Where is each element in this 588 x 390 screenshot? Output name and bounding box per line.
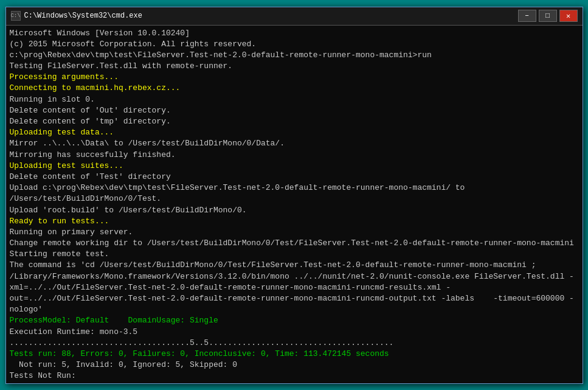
close-button[interactable]: ✕ <box>559 10 578 22</box>
terminal-line: The command is 'cd /Users/test/BuildDirM… <box>10 260 579 315</box>
content-area: Microsoft Windows [Version 10.0.10240](c… <box>6 26 583 383</box>
title-bar: C:\ C:\Windows\System32\cmd.exe – □ ✕ <box>6 7 583 26</box>
window-icon: C:\ <box>11 11 21 21</box>
terminal-line: Microsoft Windows [Version 10.0.10240] <box>10 28 579 39</box>
terminal-line: Processing arguments... <box>10 72 579 83</box>
terminal-line: Tests Not Run: <box>10 371 579 381</box>
terminal-line: (c) 2015 Microsoft Corporation. All righ… <box>10 39 579 50</box>
terminal-line: Connecting to macmini.hq.rebex.cz... <box>10 83 579 94</box>
window-controls: – □ ✕ <box>518 10 578 22</box>
terminal-output[interactable]: Microsoft Windows [Version 10.0.10240](c… <box>6 26 583 383</box>
terminal-line: ProcessModel: Default DomainUsage: Singl… <box>10 315 579 326</box>
terminal-line: Tests run: 88, Errors: 0, Failures: 0, I… <box>10 349 579 360</box>
terminal-line: Delete content of 'tmp' directory. <box>10 116 579 127</box>
terminal-line: Delete content of 'Out' directory. <box>10 105 579 116</box>
terminal-line: Mirroring has succesfully finished. <box>10 150 579 161</box>
minimize-button[interactable]: – <box>518 10 536 22</box>
terminal-line: Ready to run tests... <box>10 216 579 227</box>
terminal-line: Not run: 5, Invalid: 0, Ignored: 5, Skip… <box>10 360 579 371</box>
terminal-line: Testing FileServer.Test.dll with remote-… <box>10 61 579 72</box>
terminal-line: Upload 'root.build' to /Users/test/Build… <box>10 205 579 216</box>
terminal-line: Uploading test suites... <box>10 161 579 172</box>
terminal-line: Delete content of 'Test' directory <box>10 172 579 183</box>
terminal-line: Uploading test data... <box>10 127 579 138</box>
maximize-button[interactable]: □ <box>539 10 557 22</box>
terminal-line: Starting remote test. <box>10 249 579 260</box>
terminal-line: Change remote working dir to /Users/test… <box>10 238 579 249</box>
window-title: C:\Windows\System32\cmd.exe <box>24 12 518 20</box>
terminal-line: Running in slot 0. <box>10 94 579 105</box>
terminal-line: Running on primary server. <box>10 227 579 238</box>
cmd-window: C:\ C:\Windows\System32\cmd.exe – □ ✕ Mi… <box>5 7 583 384</box>
terminal-line: c:\prog\Rebex\dev\tmp\test\FileServer.Te… <box>10 50 579 61</box>
terminal-line: ......................................5.… <box>10 338 579 349</box>
terminal-line: 1) Ignored : Rebex.Test.FileServerTest.F… <box>10 382 579 383</box>
terminal-line: Mirror ..\..\..\Data\ to /Users/test/Bui… <box>10 138 579 149</box>
terminal-line: Execution Runtime: mono-3.5 <box>10 327 579 338</box>
terminal-line: Upload c:\prog\Rebex\dev\tmp\test\FileSe… <box>10 183 579 204</box>
